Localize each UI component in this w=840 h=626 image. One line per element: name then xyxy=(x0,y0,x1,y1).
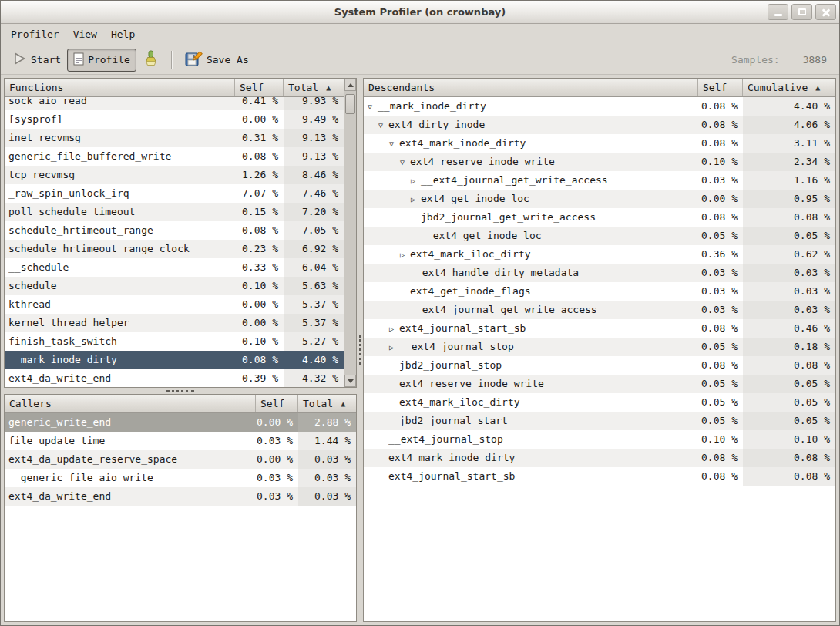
expander-closed-icon[interactable]: ▷ xyxy=(411,172,421,190)
descendants-tree-row[interactable]: __ext4_handle_dirty_metadata0.03 %0.03 % xyxy=(364,264,835,282)
column-header-self[interactable]: Self xyxy=(235,79,284,96)
callers-list: generic_write_end0.00 %2.88 %file_update… xyxy=(5,413,356,621)
descendants-tree-row[interactable]: jbd2_journal_get_write_access0.08 %0.08 … xyxy=(364,208,835,227)
self-percent-cell: 0.03 % xyxy=(256,487,298,506)
scrollbar-thumb[interactable] xyxy=(345,94,355,114)
descendants-tree-row[interactable]: __ext4_get_inode_loc0.05 %0.05 % xyxy=(364,227,835,245)
total-percent-cell: 5.37 % xyxy=(284,314,344,332)
total-percent-cell: 7.46 % xyxy=(284,184,344,203)
descendants-tree-row[interactable]: ▽ext4_mark_inode_dirty0.08 %3.11 % xyxy=(364,134,835,153)
descendants-tree-row[interactable]: ext4_get_inode_flags0.03 %0.03 % xyxy=(364,282,835,301)
function-name-cell: __mark_inode_dirty xyxy=(5,351,235,369)
function-name-cell: ▽__mark_inode_dirty xyxy=(364,97,698,116)
functions-table-row[interactable]: _raw_spin_unlock_irq7.07 %7.46 % xyxy=(5,184,344,203)
self-percent-cell: 0.05 % xyxy=(698,338,743,356)
expander-closed-icon[interactable]: ▷ xyxy=(389,338,399,356)
self-percent-cell: 0.00 % xyxy=(235,110,284,129)
menu-profiler[interactable]: Profiler xyxy=(4,25,66,43)
self-percent-cell: 0.08 % xyxy=(698,97,743,116)
functions-table-row[interactable]: __mark_inode_dirty0.08 %4.40 % xyxy=(5,351,344,369)
titlebar[interactable]: System Profiler (on crownbay) xyxy=(1,1,839,24)
functions-table-row[interactable]: schedule_hrtimeout_range0.08 %7.05 % xyxy=(5,221,344,240)
column-header-callers[interactable]: Callers xyxy=(5,395,256,412)
descendants-tree-row[interactable]: jbd2_journal_start0.05 %0.05 % xyxy=(364,412,835,430)
column-header-descendants[interactable]: Descendants xyxy=(364,79,698,96)
expander-closed-icon[interactable]: ▷ xyxy=(389,320,399,338)
callers-table-row[interactable]: generic_write_end0.00 %2.88 % xyxy=(5,413,356,432)
menu-help[interactable]: Help xyxy=(104,25,142,43)
descendants-tree-row[interactable]: ▽ext4_reserve_inode_write0.10 %2.34 % xyxy=(364,153,835,171)
functions-table-row[interactable]: poll_schedule_timeout0.15 %7.20 % xyxy=(5,203,344,221)
expander-closed-icon[interactable]: ▷ xyxy=(411,190,421,208)
total-percent-cell: 7.05 % xyxy=(284,221,344,240)
descendants-tree-row[interactable]: jbd2_journal_stop0.08 %0.08 % xyxy=(364,356,835,375)
vertical-splitter[interactable] xyxy=(357,78,363,622)
scroll-up-button[interactable] xyxy=(344,79,356,91)
callers-table-row[interactable]: file_update_time0.03 %1.44 % xyxy=(5,432,356,450)
save-as-button[interactable]: Save As xyxy=(179,49,255,72)
column-header-total[interactable]: Total▲ xyxy=(284,79,344,96)
descendants-tree-row[interactable]: ▷__ext4_journal_get_write_access0.03 %1.… xyxy=(364,171,835,190)
functions-table-row[interactable]: generic_file_buffered_write0.08 %9.13 % xyxy=(5,147,344,166)
functions-table-row[interactable]: inet_recvmsg0.31 %9.13 % xyxy=(5,129,344,147)
function-name-cell: file_update_time xyxy=(5,432,256,450)
function-name-cell: schedule_hrtimeout_range_clock xyxy=(5,240,235,258)
descendants-tree-row[interactable]: ▷ext4_get_inode_loc0.00 %0.95 % xyxy=(364,190,835,208)
self-percent-cell: 0.36 % xyxy=(698,245,743,264)
callers-table-row[interactable]: __generic_file_aio_write0.03 %0.03 % xyxy=(5,469,356,487)
callers-table-row[interactable]: ext4_da_update_reserve_space0.00 %0.03 % xyxy=(5,450,356,469)
expander-open-icon[interactable]: ▽ xyxy=(400,153,410,171)
maximize-button[interactable] xyxy=(791,4,812,20)
functions-table-row[interactable]: schedule_hrtimeout_range_clock0.23 %6.92… xyxy=(5,240,344,258)
sort-asc-icon: ▲ xyxy=(815,83,820,92)
functions-table-row[interactable]: ext4_da_write_end0.39 %4.32 % xyxy=(5,369,344,387)
self-percent-cell: 0.00 % xyxy=(256,450,298,469)
column-header-self[interactable]: Self xyxy=(256,395,298,412)
expander-open-icon[interactable]: ▽ xyxy=(368,98,378,116)
functions-table-row[interactable]: __schedule0.33 %6.04 % xyxy=(5,258,344,277)
callers-table-row[interactable]: ext4_da_write_end0.03 %0.03 % xyxy=(5,487,356,506)
start-button[interactable]: Start xyxy=(7,49,67,72)
expander-open-icon[interactable]: ▽ xyxy=(378,116,388,134)
expander-open-icon[interactable]: ▽ xyxy=(389,135,399,153)
descendants-tree-row[interactable]: ▽__mark_inode_dirty0.08 %4.40 % xyxy=(364,97,835,116)
column-header-total[interactable]: Total▲ xyxy=(298,395,356,412)
descendants-tree-row[interactable]: ▷__ext4_journal_stop0.05 %0.18 % xyxy=(364,338,835,356)
descendants-tree-row[interactable]: ▽ext4_dirty_inode0.08 %4.06 % xyxy=(364,116,835,134)
left-pane: Functions Self Total▲ sock_aio_read0.41 … xyxy=(4,78,357,622)
scroll-down-button[interactable] xyxy=(344,375,356,387)
expander-closed-icon[interactable]: ▷ xyxy=(400,246,410,264)
descendants-tree-row[interactable]: __ext4_journal_stop0.10 %0.10 % xyxy=(364,430,835,449)
self-percent-cell: 7.07 % xyxy=(235,184,284,203)
descendants-tree-row[interactable]: ext4_mark_inode_dirty0.08 %0.08 % xyxy=(364,449,835,467)
total-percent-cell: 9.49 % xyxy=(284,110,344,129)
functions-table-row[interactable]: tcp_recvmsg1.26 %8.46 % xyxy=(5,166,344,184)
reset-button[interactable] xyxy=(136,49,164,72)
descendants-tree-row[interactable]: __ext4_journal_get_write_access0.03 %0.0… xyxy=(364,301,835,319)
total-percent-cell: 6.04 % xyxy=(284,258,344,277)
column-header-self[interactable]: Self xyxy=(698,79,743,96)
functions-table-row[interactable]: kthread0.00 %5.37 % xyxy=(5,295,344,314)
minimize-button[interactable] xyxy=(768,4,788,20)
function-name-cell: __schedule xyxy=(5,258,235,277)
horizontal-splitter[interactable] xyxy=(4,388,357,394)
scrollbar-track[interactable] xyxy=(344,91,356,375)
descendants-tree-row[interactable]: ▷ext4_journal_start_sb0.08 %0.46 % xyxy=(364,319,835,338)
close-button[interactable] xyxy=(815,4,836,20)
functions-table-row[interactable]: schedule0.10 %5.63 % xyxy=(5,277,344,295)
descendants-tree-row[interactable]: ext4_mark_iloc_dirty0.05 %0.05 % xyxy=(364,393,835,412)
cumulative-percent-cell: 1.16 % xyxy=(743,171,835,190)
functions-scrollbar[interactable] xyxy=(344,79,356,387)
functions-table-row[interactable]: [sysprof]0.00 %9.49 % xyxy=(5,110,344,129)
function-name-cell: kernel_thread_helper xyxy=(5,314,235,332)
functions-table-row[interactable]: kernel_thread_helper0.00 %5.37 % xyxy=(5,314,344,332)
column-header-functions[interactable]: Functions xyxy=(5,79,235,96)
functions-table-row[interactable]: sock_aio_read0.41 %9.93 % xyxy=(5,97,344,110)
descendants-tree-row[interactable]: ext4_reserve_inode_write0.05 %0.05 % xyxy=(364,375,835,393)
column-header-cumulative[interactable]: Cumulative▲ xyxy=(743,79,835,96)
profile-toggle-button[interactable]: Profile xyxy=(67,49,136,72)
functions-table-row[interactable]: finish_task_switch0.10 %5.27 % xyxy=(5,332,344,351)
menu-view[interactable]: View xyxy=(66,25,104,43)
descendants-tree-row[interactable]: ▷ext4_mark_iloc_dirty0.36 %0.62 % xyxy=(364,245,835,264)
descendants-tree-row[interactable]: ext4_journal_start_sb0.08 %0.08 % xyxy=(364,467,835,486)
